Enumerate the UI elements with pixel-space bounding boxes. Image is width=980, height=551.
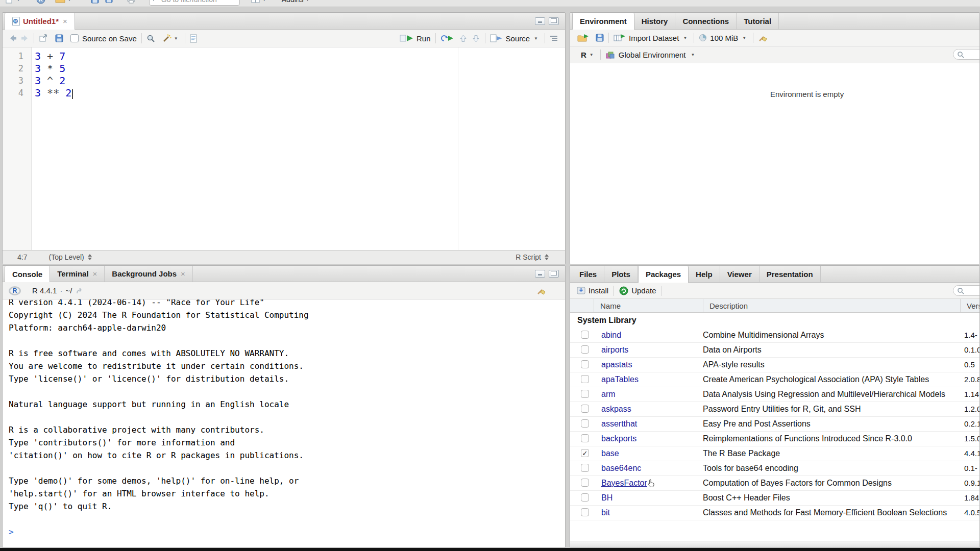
open-workspace-icon[interactable] xyxy=(577,34,590,42)
addins-dropdown-icon[interactable]: ▼ xyxy=(306,0,310,2)
new-file-icon[interactable] xyxy=(5,0,13,5)
package-name-link[interactable]: askpass xyxy=(594,404,631,414)
import-dataset-button[interactable]: Import Dataset xyxy=(629,34,679,42)
tab-files[interactable]: Files xyxy=(572,266,604,282)
package-checkbox[interactable] xyxy=(581,360,589,368)
package-name-link[interactable]: apaTables xyxy=(594,374,639,385)
code-tools-dropdown-icon[interactable]: ▼ xyxy=(174,36,178,41)
tab-packages[interactable]: Packages xyxy=(638,266,689,283)
package-name-link[interactable]: assertthat xyxy=(594,419,637,429)
import-dataset-icon[interactable] xyxy=(614,34,626,42)
package-checkbox[interactable] xyxy=(581,331,589,339)
tab-help[interactable]: Help xyxy=(689,266,720,282)
r-engine-selector[interactable]: R xyxy=(581,51,586,59)
minimize-icon[interactable] xyxy=(535,270,545,278)
package-checkbox[interactable] xyxy=(581,479,589,487)
package-name-link[interactable]: abind xyxy=(594,330,621,340)
horizontal-scrollbar[interactable] xyxy=(570,541,979,547)
maximize-icon[interactable] xyxy=(549,17,559,25)
tab-environment[interactable]: Environment xyxy=(572,13,634,30)
print-icon[interactable] xyxy=(127,0,136,4)
code-line[interactable]: 3 ** 2 xyxy=(35,87,73,99)
scope-selector[interactable]: (Top Level) xyxy=(48,253,84,261)
update-button[interactable]: Update xyxy=(619,286,656,295)
tab-plots[interactable]: Plots xyxy=(604,266,638,282)
package-checkbox[interactable] xyxy=(581,493,589,502)
pane-layout-dropdown-icon[interactable]: ▼ xyxy=(262,0,266,2)
scope-spinner-icon[interactable] xyxy=(88,254,92,260)
minimize-icon[interactable] xyxy=(535,17,545,25)
console-output[interactable]: R version 4.4.1 (2024-06-14) -- "Race fo… xyxy=(3,299,565,547)
maximize-icon[interactable] xyxy=(549,270,559,278)
code-line[interactable]: 3 * 5 xyxy=(35,62,73,74)
memory-dropdown-icon[interactable]: ▼ xyxy=(742,36,746,40)
tab-tutorial[interactable]: Tutorial xyxy=(737,13,779,29)
code-area[interactable]: 3 + 73 * 53 ^ 23 ** 2 xyxy=(32,47,73,250)
console-prompt[interactable]: > xyxy=(9,525,565,538)
open-file-icon[interactable] xyxy=(55,0,65,4)
tab-console[interactable]: Console xyxy=(5,266,50,282)
code-line[interactable]: 3 ^ 2 xyxy=(35,74,73,87)
package-name-link[interactable]: base64enc xyxy=(594,463,641,473)
global-environment-selector[interactable]: Global Environment xyxy=(619,51,686,59)
memory-usage-button[interactable]: 100 MiB xyxy=(710,34,738,42)
save-all-icon[interactable] xyxy=(105,0,114,4)
console-working-dir[interactable]: ~/ xyxy=(65,286,72,295)
console-popout-icon[interactable] xyxy=(76,287,84,294)
column-version[interactable]: Version xyxy=(960,299,979,312)
open-file-dropdown-icon[interactable]: ▼ xyxy=(67,0,71,2)
prev-chunk-icon[interactable] xyxy=(459,34,468,43)
package-name-link[interactable]: bit xyxy=(594,508,610,518)
tab-viewer[interactable]: Viewer xyxy=(720,266,760,282)
new-file-dropdown-icon[interactable]: ▼ xyxy=(16,0,20,2)
clear-workspace-icon[interactable] xyxy=(758,33,768,42)
r-engine-dropdown-icon[interactable]: ▼ xyxy=(590,53,594,57)
package-checkbox[interactable] xyxy=(581,464,589,472)
code-line[interactable]: 3 + 7 xyxy=(35,50,73,62)
column-description[interactable]: Description xyxy=(703,299,960,312)
rerun-icon[interactable] xyxy=(440,34,454,42)
package-checkbox[interactable] xyxy=(581,405,589,413)
package-name-link[interactable]: arm xyxy=(594,389,616,399)
popout-icon[interactable] xyxy=(39,34,48,42)
package-name-link[interactable]: airports xyxy=(594,345,628,355)
tab-terminal[interactable]: Terminal× xyxy=(50,266,105,282)
tab-background-jobs[interactable]: Background Jobs× xyxy=(105,266,192,282)
package-name-link[interactable]: apastats xyxy=(594,360,632,370)
find-icon[interactable] xyxy=(146,34,156,43)
source-tab-untitled1[interactable]: R Untitled1* × xyxy=(5,13,75,30)
tab-connections[interactable]: Connections xyxy=(675,13,737,29)
environment-search-input[interactable] xyxy=(953,49,980,60)
package-checkbox[interactable] xyxy=(581,390,589,398)
clear-console-icon[interactable] xyxy=(536,286,547,295)
source-on-save-checkbox[interactable] xyxy=(70,34,79,42)
document-outline-icon[interactable] xyxy=(550,35,558,42)
packages-search-input[interactable] xyxy=(953,285,980,296)
install-button[interactable]: Install xyxy=(577,286,608,295)
package-name-link[interactable]: BH xyxy=(594,493,612,503)
column-name[interactable]: Name xyxy=(594,299,703,312)
pane-layout-icon[interactable] xyxy=(251,0,260,4)
next-chunk-icon[interactable] xyxy=(472,34,480,43)
package-name-link[interactable]: BayesFactor xyxy=(594,478,647,488)
save-icon[interactable] xyxy=(91,0,99,4)
new-project-icon[interactable]: R xyxy=(36,0,46,5)
addins-button[interactable]: Addins xyxy=(282,0,304,4)
close-icon[interactable]: × xyxy=(63,17,67,25)
package-checkbox[interactable] xyxy=(581,345,589,354)
source-doc-icon[interactable] xyxy=(490,34,503,42)
tab-presentation[interactable]: Presentation xyxy=(760,266,821,282)
save-workspace-icon[interactable] xyxy=(596,34,604,42)
file-type-spinner-icon[interactable] xyxy=(545,254,549,260)
import-dataset-dropdown-icon[interactable]: ▼ xyxy=(683,36,687,40)
code-tools-wand-icon[interactable] xyxy=(162,34,172,43)
run-button[interactable]: Run xyxy=(416,34,431,43)
save-icon[interactable] xyxy=(55,34,63,42)
close-icon[interactable]: × xyxy=(181,270,185,278)
package-checkbox[interactable] xyxy=(581,375,589,383)
package-checkbox[interactable]: ✓ xyxy=(581,449,589,457)
code-editor[interactable]: 1234 3 + 73 * 53 ^ 23 ** 2 xyxy=(3,47,565,250)
source-button[interactable]: Source xyxy=(506,34,530,43)
back-icon[interactable] xyxy=(9,34,17,42)
compile-report-icon[interactable] xyxy=(190,34,198,43)
